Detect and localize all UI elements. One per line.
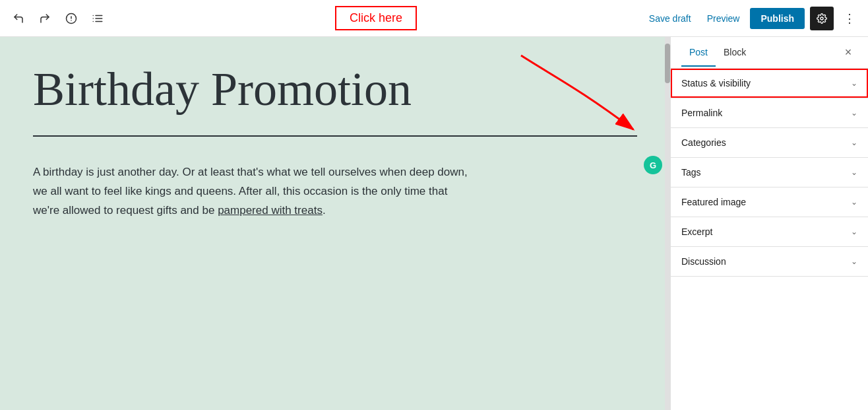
settings-button[interactable] — [810, 7, 834, 30]
panel-excerpt-label: Excerpt — [681, 226, 712, 237]
toolbar-center: Click here — [108, 6, 644, 30]
toolbar-left — [8, 8, 108, 29]
click-here-label: Click here — [350, 11, 402, 24]
grammarly-badge: G — [644, 156, 662, 174]
more-options-button[interactable]: ⋮ — [839, 8, 860, 29]
panel-permalink-header[interactable]: Permalink ⌄ — [671, 98, 868, 127]
list-view-button[interactable] — [87, 8, 108, 29]
sidebar-tabs: Post Block × — [671, 37, 868, 69]
sidebar-close-button[interactable]: × — [839, 44, 857, 62]
panel-categories: Categories ⌄ — [671, 128, 868, 158]
post-title[interactable]: Birthday Promotion — [33, 63, 637, 116]
panel-status-visibility-label: Status & visibility — [681, 78, 751, 88]
sidebar: Post Block × Status & visibility ⌄ Perma… — [670, 37, 868, 410]
panel-categories-chevron: ⌄ — [851, 138, 857, 147]
panel-featured-image-header[interactable]: Featured image ⌄ — [671, 188, 868, 217]
save-draft-button[interactable]: Save draft — [644, 9, 697, 28]
panel-discussion: Discussion ⌄ — [671, 247, 868, 277]
panel-tags-header[interactable]: Tags ⌄ — [671, 158, 868, 187]
scrollbar-thumb[interactable] — [665, 44, 670, 83]
undo-button[interactable] — [8, 8, 29, 29]
info-button[interactable] — [61, 8, 82, 29]
toolbar: Click here Save draft Preview Publish ⋮ — [0, 0, 868, 37]
svg-point-9 — [821, 17, 823, 20]
panel-categories-label: Categories — [681, 137, 726, 148]
panel-status-visibility-header[interactable]: Status & visibility ⌄ — [671, 69, 868, 98]
preview-button[interactable]: Preview — [702, 9, 745, 28]
sidebar-panels: Status & visibility ⌄ Permalink ⌄ Catego… — [671, 69, 868, 277]
panel-permalink-label: Permalink — [681, 108, 722, 118]
click-here-annotation: Click here — [335, 6, 417, 30]
panel-discussion-label: Discussion — [681, 256, 726, 267]
panel-excerpt-header[interactable]: Excerpt ⌄ — [671, 217, 868, 246]
tab-block[interactable]: Block — [716, 39, 754, 67]
panel-permalink-chevron: ⌄ — [851, 108, 857, 118]
panel-status-visibility-chevron: ⌄ — [851, 79, 857, 88]
panel-featured-image: Featured image ⌄ — [671, 188, 868, 217]
post-body[interactable]: A birthday is just another day. Or at le… — [33, 163, 468, 221]
panel-excerpt: Excerpt ⌄ — [671, 217, 868, 247]
panel-featured-image-label: Featured image — [681, 197, 746, 207]
tab-post[interactable]: Post — [681, 39, 716, 67]
panel-discussion-chevron: ⌄ — [851, 257, 857, 266]
panel-categories-header[interactable]: Categories ⌄ — [671, 128, 868, 157]
panel-status-visibility: Status & visibility ⌄ — [671, 69, 868, 98]
panel-tags-label: Tags — [681, 167, 701, 178]
panel-permalink: Permalink ⌄ — [671, 98, 868, 128]
panel-excerpt-chevron: ⌄ — [851, 227, 857, 236]
editor-content: Birthday Promotion A birthday is just an… — [0, 37, 670, 247]
main-area: Birthday Promotion A birthday is just an… — [0, 37, 868, 410]
panel-tags: Tags ⌄ — [671, 158, 868, 188]
pampered-link[interactable]: pampered with treats — [218, 204, 323, 217]
editor-scrollbar[interactable] — [665, 37, 670, 410]
toolbar-right: Save draft Preview Publish ⋮ — [644, 7, 860, 30]
panel-featured-image-chevron: ⌄ — [851, 197, 857, 207]
editor-area: Birthday Promotion A birthday is just an… — [0, 37, 670, 410]
panel-discussion-header[interactable]: Discussion ⌄ — [671, 247, 868, 276]
title-divider — [33, 135, 637, 137]
publish-button[interactable]: Publish — [750, 8, 805, 29]
panel-tags-chevron: ⌄ — [851, 168, 857, 177]
redo-button[interactable] — [34, 8, 55, 29]
